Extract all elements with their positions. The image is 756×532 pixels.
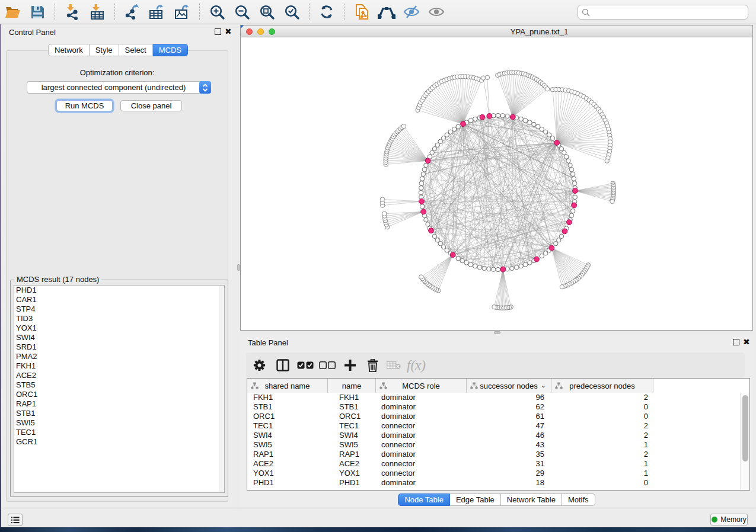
network-node[interactable] — [519, 117, 523, 121]
network-leaf-node[interactable] — [401, 124, 406, 128]
refresh-icon[interactable] — [316, 2, 337, 22]
network-node[interactable] — [435, 238, 439, 242]
network-node[interactable] — [419, 186, 423, 190]
tab-mcds[interactable]: MCDS — [153, 44, 188, 56]
network-node[interactable] — [421, 172, 425, 176]
import-network-icon[interactable] — [62, 2, 83, 22]
network-node[interactable] — [566, 159, 570, 163]
export-table-icon[interactable] — [146, 2, 168, 22]
mcds-list-scrollbar[interactable] — [219, 286, 224, 492]
memory-button[interactable]: Memory — [710, 514, 748, 525]
network-node[interactable] — [528, 120, 532, 124]
mcds-node-item[interactable]: PMA2 — [14, 352, 224, 361]
task-history-button[interactable] — [8, 514, 23, 526]
float-icon[interactable] — [733, 339, 739, 345]
open-folder-icon[interactable] — [2, 2, 23, 22]
network-node[interactable] — [514, 265, 518, 270]
add-column-icon[interactable] — [344, 360, 356, 371]
network-leaf-node[interactable] — [605, 159, 609, 163]
table-row[interactable]: ORC1ORC1dominator610 — [247, 412, 740, 421]
network-dominator-node[interactable] — [534, 257, 540, 262]
network-node[interactable] — [419, 181, 423, 185]
network-node[interactable] — [432, 234, 436, 238]
network-node[interactable] — [420, 177, 424, 181]
network-node[interactable] — [571, 209, 575, 213]
network-leaf-node[interactable] — [485, 75, 489, 79]
table-row[interactable]: FKH1FKH1dominator962 — [247, 393, 740, 402]
network-dominator-node[interactable] — [421, 209, 426, 214]
table-row[interactable]: SWI5SWI5connector431 — [247, 440, 740, 450]
network-node[interactable] — [572, 177, 576, 181]
export-network-icon[interactable] — [122, 2, 143, 22]
gear-icon[interactable] — [253, 359, 266, 371]
network-node[interactable] — [456, 124, 460, 129]
network-node[interactable] — [559, 234, 563, 238]
network-dominator-node[interactable] — [549, 245, 554, 251]
tab-edge-table[interactable]: Edge Table — [450, 493, 501, 506]
mcds-node-item[interactable]: PHD1 — [14, 286, 224, 295]
network-dominator-node[interactable] — [461, 121, 466, 127]
table-row[interactable]: PHD1PHD1dominator180 — [247, 478, 740, 488]
network-node[interactable] — [519, 264, 523, 268]
network-leaf-node[interactable] — [492, 305, 496, 309]
network-node[interactable] — [562, 150, 566, 155]
network-node[interactable] — [505, 267, 509, 271]
network-dominator-node[interactable] — [429, 228, 434, 233]
network-leaf-node[interactable] — [545, 87, 549, 91]
network-node[interactable] — [424, 217, 428, 222]
network-node[interactable] — [452, 127, 457, 131]
network-dominator-node[interactable] — [450, 252, 455, 258]
tab-motifs[interactable]: Motifs — [562, 493, 595, 506]
network-window-titlebar[interactable]: YPA_prune.txt_1 — [241, 25, 752, 37]
network-node[interactable] — [460, 258, 464, 262]
network-node[interactable] — [500, 114, 505, 118]
network-node[interactable] — [422, 168, 426, 172]
table-scrollbar[interactable] — [740, 393, 749, 490]
network-node[interactable] — [492, 267, 496, 271]
network-leaf-node[interactable] — [560, 285, 564, 289]
delete-table-icon[interactable] — [387, 361, 401, 370]
network-node[interactable] — [456, 257, 460, 261]
column-header-predecessor-nodes[interactable]: predecessor nodes — [551, 379, 653, 393]
network-node[interactable] — [468, 118, 473, 123]
network-node[interactable] — [496, 113, 500, 117]
sort-indicator-icon[interactable]: ⌄ — [541, 382, 546, 389]
network-node[interactable] — [540, 127, 544, 131]
close-icon[interactable]: ✖ — [225, 27, 232, 36]
network-node[interactable] — [473, 264, 477, 268]
table-row[interactable]: RAP1RAP1dominator352 — [247, 450, 740, 459]
scrollbar-thumb[interactable] — [742, 395, 748, 462]
mcds-node-item[interactable]: SWI5 — [14, 418, 224, 428]
network-node[interactable] — [426, 222, 430, 226]
network-node[interactable] — [573, 195, 577, 199]
tab-node-table[interactable]: Node Table — [398, 493, 450, 506]
mcds-node-item[interactable]: SRD1 — [14, 342, 224, 352]
network-node[interactable] — [482, 266, 486, 270]
zoom-in-icon[interactable] — [206, 2, 228, 22]
network-node[interactable] — [569, 168, 573, 172]
network-node[interactable] — [420, 204, 424, 209]
network-node[interactable] — [432, 147, 436, 151]
network-node[interactable] — [569, 213, 573, 217]
split-columns-icon[interactable] — [276, 359, 289, 371]
network-node[interactable] — [523, 262, 527, 267]
network-node[interactable] — [487, 267, 491, 271]
network-node[interactable] — [419, 190, 423, 194]
network-dominator-node[interactable] — [573, 188, 578, 194]
network-node[interactable] — [564, 155, 568, 159]
network-dominator-node[interactable] — [554, 140, 560, 146]
mcds-node-item[interactable]: STB1 — [14, 409, 224, 418]
network-canvas[interactable] — [241, 38, 752, 330]
column-header-MCDS-role[interactable]: MCDS role — [376, 379, 467, 393]
tab-select[interactable]: Select — [119, 44, 153, 56]
search-input[interactable] — [590, 5, 748, 19]
mcds-node-item[interactable]: FKH1 — [14, 361, 224, 371]
network-node[interactable] — [532, 122, 536, 126]
zoom-selected-icon[interactable] — [281, 2, 302, 22]
splitter-grip[interactable] — [494, 331, 500, 334]
hide-panel-eye-icon[interactable] — [401, 2, 422, 22]
network-node[interactable] — [523, 118, 527, 123]
network-leaf-node[interactable] — [380, 197, 384, 201]
table-row[interactable]: TEC1TEC1connector472 — [247, 421, 740, 431]
show-panel-eye-icon[interactable] — [426, 2, 447, 22]
